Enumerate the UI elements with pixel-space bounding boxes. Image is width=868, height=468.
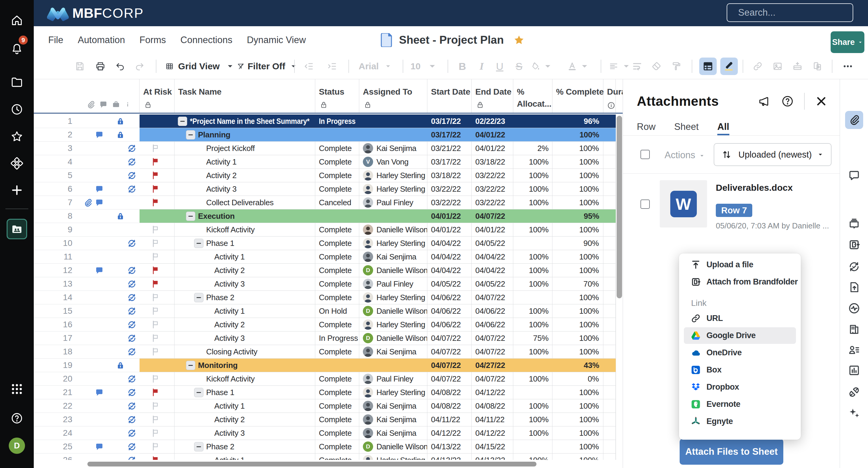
cell-end[interactable]: 04/01/22 — [472, 142, 513, 155]
solutions-icon[interactable] — [10, 157, 24, 170]
menu-item-url[interactable]: URL — [679, 310, 801, 327]
cell-status[interactable]: Complete — [315, 318, 359, 331]
panel-tab-sheet[interactable]: Sheet — [674, 121, 699, 135]
cell-start[interactable]: 03/22/22 — [427, 196, 472, 209]
collapse-button[interactable] — [186, 212, 195, 221]
cell-end[interactable]: 03/22/22 — [472, 182, 513, 195]
row-number[interactable]: 18 — [34, 345, 72, 358]
strikethrough-button[interactable]: S — [512, 54, 526, 79]
column-header-complete[interactable]: % Complete — [553, 79, 603, 113]
cell-status[interactable]: Complete — [315, 250, 359, 263]
row-refresh-icon[interactable] — [127, 306, 137, 316]
cell-start[interactable]: 04/11/22 — [427, 413, 472, 426]
cell-assigned[interactable]: VVan Vong — [359, 155, 427, 168]
menu-item-onedrive[interactable]: OneDrive — [679, 344, 801, 361]
cell-start[interactable]: 04/06/22 — [427, 318, 472, 331]
user-avatar[interactable]: D — [9, 438, 25, 454]
redo-button[interactable] — [132, 54, 147, 79]
align-button[interactable] — [609, 54, 631, 79]
cell-dura[interactable] — [603, 250, 616, 263]
ai-sparkles-rail-icon[interactable] — [848, 406, 861, 419]
format-painter-button[interactable] — [669, 54, 684, 79]
cell-dura[interactable] — [603, 345, 616, 358]
cell-dura[interactable] — [603, 318, 616, 331]
cell-atrisk[interactable] — [140, 155, 175, 168]
cell-end[interactable]: 04/27/22 — [472, 358, 513, 372]
dynamic-view-rail-icon[interactable] — [848, 323, 861, 336]
cell-status[interactable]: Complete — [315, 169, 359, 182]
cell-task[interactable]: Activity 3 — [175, 332, 315, 345]
share-button[interactable]: Share — [831, 31, 864, 53]
cell-atrisk[interactable] — [140, 440, 175, 453]
cell-complete[interactable]: 100% — [553, 332, 603, 345]
actions-label[interactable]: Actions — [664, 150, 695, 161]
cell-status[interactable]: On Hold — [315, 304, 359, 318]
cell-complete[interactable]: 100% — [553, 142, 603, 155]
cell-complete[interactable]: 90% — [553, 237, 603, 250]
row-number[interactable]: 8 — [34, 210, 72, 223]
cell-atrisk[interactable] — [140, 399, 175, 412]
collapse-button[interactable] — [194, 442, 204, 451]
cell-task[interactable]: Kickoff Activity — [175, 372, 315, 385]
cell-assigned[interactable]: Kai Senjima — [359, 250, 427, 263]
cell-status[interactable]: In Progress — [315, 115, 359, 128]
highlight-changes-button-active[interactable] — [720, 58, 738, 75]
row-refresh-icon[interactable] — [127, 184, 137, 194]
column-header-alloc[interactable]: % Allocat... — [513, 79, 553, 113]
cell-start[interactable]: 04/04/22 — [427, 237, 472, 250]
cell-assigned[interactable]: DDanielle Wilson — [359, 332, 427, 345]
cell-complete[interactable]: 100% — [553, 291, 603, 304]
cell-status[interactable]: Complete — [315, 440, 359, 453]
cell-assigned[interactable] — [359, 128, 427, 141]
row-number[interactable]: 7 — [34, 196, 72, 210]
app-launcher-icon[interactable] — [10, 382, 24, 396]
cell-complete[interactable]: 100% — [553, 182, 603, 195]
cell-dura[interactable] — [603, 399, 616, 412]
cell-assigned[interactable] — [359, 210, 427, 223]
cell-complete[interactable]: 100% — [553, 128, 603, 141]
cell-start[interactable]: 03/22/22 — [427, 182, 472, 195]
row-comment-icon[interactable] — [95, 198, 104, 207]
panel-tab-all[interactable]: All — [717, 121, 730, 135]
cell-start[interactable]: 04/07/22 — [427, 332, 472, 345]
column-header-assigned[interactable]: Assigned To — [359, 79, 427, 113]
cell-dura[interactable] — [603, 304, 616, 318]
cell-task[interactable]: Activity 1 — [175, 304, 315, 318]
cell-alloc[interactable]: 2% — [513, 142, 553, 155]
cell-atrisk[interactable] — [140, 413, 175, 426]
cell-start[interactable]: 04/08/22 — [427, 399, 472, 412]
row-number[interactable]: 25 — [34, 440, 72, 454]
cell-atrisk[interactable] — [140, 264, 175, 277]
cell-start[interactable]: 04/04/22 — [427, 250, 472, 263]
row-refresh-icon[interactable] — [127, 144, 137, 153]
freeze-view-button-active[interactable] — [699, 58, 717, 75]
cell-start[interactable]: 04/01/22 — [427, 210, 472, 223]
cell-end[interactable]: 04/12/22 — [472, 386, 513, 399]
cell-dura[interactable] — [603, 440, 616, 453]
cell-assigned[interactable]: Paul Finley — [359, 196, 427, 209]
cell-complete[interactable]: 100% — [553, 345, 603, 358]
cell-task[interactable]: Activity 3 — [175, 182, 315, 195]
row-number[interactable]: 21 — [34, 386, 72, 399]
row-number[interactable]: 10 — [34, 237, 72, 250]
row-comment-icon[interactable] — [95, 184, 104, 194]
cell-assigned[interactable]: Harley Sterling — [359, 386, 427, 399]
collapse-button[interactable] — [194, 293, 204, 302]
row-refresh-icon[interactable] — [127, 374, 137, 384]
cell-atrisk[interactable] — [140, 210, 175, 223]
row-lock-icon[interactable] — [116, 212, 125, 221]
cell-complete[interactable]: 100% — [553, 264, 603, 277]
cell-end[interactable]: 04/01/22 — [472, 223, 513, 236]
cell-task[interactable]: Activity 3 — [175, 277, 315, 290]
attachment-filename[interactable]: Deliverables.docx — [716, 183, 793, 193]
print-button[interactable] — [93, 54, 108, 79]
row-number[interactable]: 5 — [34, 169, 72, 182]
view-switcher[interactable]: Grid View — [165, 54, 235, 79]
cell-start[interactable]: 03/21/22 — [427, 142, 472, 155]
cell-atrisk[interactable] — [140, 332, 175, 345]
cell-task[interactable]: Activity 1 — [175, 399, 315, 412]
cell-dura[interactable] — [603, 128, 616, 141]
at-risk-flag-gray[interactable] — [151, 252, 160, 261]
cell-alloc[interactable]: 100% — [513, 196, 553, 209]
row-lock-icon[interactable] — [116, 117, 125, 126]
